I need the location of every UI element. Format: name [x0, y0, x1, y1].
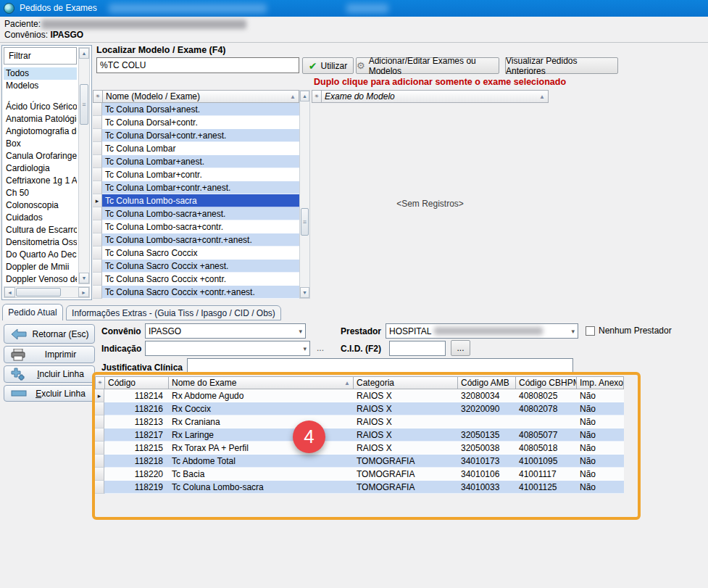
table-row[interactable]: 118219Tc Coluna Lombo-sacraTOMOGRAFIA340…: [95, 481, 624, 494]
convenio-select[interactable]: IPASGO ▾: [145, 323, 306, 339]
row-selector[interactable]: [93, 247, 102, 260]
row-selector[interactable]: [93, 168, 102, 181]
column-selector-icon[interactable]: ✳: [312, 90, 322, 103]
model-row[interactable]: Tc Coluna Lombar+anest.: [93, 155, 299, 168]
sidebar-item[interactable]: Do Quarto Ao Decim.: [4, 249, 77, 261]
table-row[interactable]: ▸118214Rx Abdome AgudoRAIOS X32080034408…: [95, 389, 624, 402]
row-selector[interactable]: [93, 260, 102, 273]
excluir-linha-button[interactable]: Excluir Linha: [4, 385, 95, 402]
table-row[interactable]: 118216Rx CoccixRAIOS X3202009040802078Nã…: [95, 402, 624, 415]
scrollbar-thumb[interactable]: ≡: [301, 208, 309, 236]
retornar-button[interactable]: Retornar (Esc): [4, 324, 95, 344]
model-row[interactable]: ▸Tc Coluna Lombo-sacra: [93, 194, 299, 207]
row-selector[interactable]: [95, 442, 104, 455]
scroll-down-icon[interactable]: ▼: [79, 273, 89, 283]
model-row[interactable]: Tc Coluna Lombo-sacra+contr.+anest.: [93, 233, 299, 247]
incluir-linha-button[interactable]: Incluir Linha: [4, 365, 95, 383]
row-selector[interactable]: [93, 181, 102, 194]
model-row[interactable]: Tc Coluna Sacro Coccix +anest.: [93, 260, 299, 273]
sidebar-horizontal-scrollbar[interactable]: ◄ ►: [4, 286, 90, 298]
sidebar-item[interactable]: Cultura de Escarro: [4, 224, 77, 236]
exam-model-column-header[interactable]: Exame do Modelo ▲: [322, 90, 549, 103]
model-name-column-header[interactable]: Nome (Modelo / Exame) ▲: [103, 90, 299, 103]
prestador-select[interactable]: HOSPITAL ▾: [386, 323, 578, 339]
filter-header[interactable]: Filtrar: [4, 47, 77, 65]
sidebar-item[interactable]: Angiotomografia de .: [4, 125, 77, 138]
table-row[interactable]: 118215Rx Torax PA + PerfilRAIOS X3205003…: [95, 442, 624, 455]
model-list-scrollbar[interactable]: ▲ ≡ ▼: [299, 90, 310, 299]
scroll-up-icon[interactable]: ▲: [79, 48, 89, 59]
col-codigo-amb[interactable]: Código AMB: [458, 376, 516, 389]
justificativa-input[interactable]: [187, 358, 573, 373]
row-selector[interactable]: [93, 207, 102, 220]
cid-ellipsis-button[interactable]: ...: [451, 340, 470, 356]
tab-pedido-atual[interactable]: Pedido Atual: [2, 304, 63, 320]
sidebar-item[interactable]: Box: [4, 138, 77, 150]
sidebar-item[interactable]: Doppler Venoso de M: [4, 273, 77, 286]
visualizar-pedidos-button[interactable]: Visualizar Pedidos Anteriores: [505, 57, 618, 74]
sidebar-item[interactable]: Ácido Úrico Sérico: [4, 101, 77, 113]
model-row[interactable]: Tc Coluna Lombar+contr.+anest.: [93, 181, 299, 194]
table-row[interactable]: 118213Rx CranianaRAIOS XNão: [95, 415, 624, 428]
scroll-left-icon[interactable]: ◄: [4, 287, 15, 297]
imprimir-button[interactable]: Imprimir: [4, 346, 95, 363]
model-row[interactable]: Tc Coluna Dorsal+anest.: [93, 103, 299, 116]
row-selector[interactable]: [95, 481, 104, 494]
scroll-down-icon[interactable]: ▼: [300, 287, 309, 298]
row-selector[interactable]: [93, 286, 102, 299]
column-selector-icon[interactable]: ✳: [93, 90, 103, 103]
table-row[interactable]: 118220Tc BaciaTOMOGRAFIA3401010641001117…: [95, 468, 624, 481]
sidebar-item[interactable]: Doppler de Mmii: [4, 261, 77, 273]
sidebar-item[interactable]: Ch 50: [4, 187, 77, 199]
model-row[interactable]: Tc Coluna Sacro Coccix +contr.: [93, 273, 299, 286]
indicacao-select[interactable]: ▾: [145, 341, 310, 356]
row-selector[interactable]: ▸: [95, 389, 104, 402]
table-row[interactable]: 118218Tc Abdome TotalTOMOGRAFIA340101734…: [95, 455, 624, 468]
row-selector[interactable]: [93, 155, 102, 168]
col-categoria[interactable]: Categoria: [354, 376, 458, 389]
scroll-right-icon[interactable]: ►: [78, 287, 89, 297]
row-selector[interactable]: [95, 468, 104, 481]
row-selector[interactable]: [93, 273, 102, 286]
model-row[interactable]: Tc Coluna Dorsal+contr.+anest.: [93, 129, 299, 142]
row-selector[interactable]: [95, 455, 104, 468]
model-row[interactable]: Tc Coluna Lombo-sacra+anest.: [93, 207, 299, 220]
row-selector[interactable]: [93, 129, 102, 142]
row-selector[interactable]: [95, 428, 104, 442]
scrollbar-thumb[interactable]: [16, 288, 61, 297]
search-input[interactable]: [96, 57, 299, 73]
sidebar-item[interactable]: Canula Orofaringea .: [4, 150, 77, 162]
scrollbar-thumb[interactable]: ≡: [80, 84, 88, 125]
table-row[interactable]: 118217Rx LaringeRAIOS X3205013540805077N…: [95, 428, 624, 442]
model-row[interactable]: Tc Coluna Sacro Coccix: [93, 247, 299, 260]
model-row[interactable]: Tc Coluna Lombar+contr.: [93, 168, 299, 181]
nenhum-prestador-checkbox[interactable]: [586, 326, 595, 336]
row-selector[interactable]: [93, 220, 102, 233]
row-selector[interactable]: [93, 116, 102, 129]
model-row[interactable]: Tc Coluna Lombo-sacra+contr.: [93, 220, 299, 233]
model-row[interactable]: Tc Coluna Sacro Coccix +contr.+anest.: [93, 286, 299, 299]
adicionar-editar-button[interactable]: ⚙ Adicionar/Editar Exames ou Modelos: [356, 57, 499, 74]
sidebar-vertical-scrollbar[interactable]: ▲ ≡ ▼: [78, 47, 90, 284]
sidebar-item[interactable]: Todos: [4, 67, 77, 80]
scroll-up-icon[interactable]: ▲: [300, 91, 309, 102]
sidebar-item[interactable]: Modelos: [4, 80, 77, 92]
utilizar-button[interactable]: ✔ Utilizar: [302, 57, 354, 74]
sidebar-item[interactable]: Cardiologia: [4, 162, 77, 175]
model-row[interactable]: Tc Coluna Dorsal+contr.: [93, 116, 299, 129]
model-row[interactable]: Tc Coluna Lombar: [93, 142, 299, 155]
col-codigo-cbhpm[interactable]: Código CBHPM: [516, 376, 577, 389]
sidebar-item[interactable]: Anatomia Patológica: [4, 113, 77, 125]
indicacao-ellipsis-button[interactable]: ...: [313, 343, 328, 354]
row-selector[interactable]: [95, 402, 104, 415]
row-selector[interactable]: ▸: [93, 194, 102, 207]
cid-input[interactable]: [389, 341, 446, 356]
sidebar-item[interactable]: Colonoscopia: [4, 199, 77, 212]
col-imp-anexo[interactable]: Imp. Anexo: [577, 376, 624, 389]
tab-informacoes-extras[interactable]: Informações Extras - (Guia Tiss / Ipasgo…: [66, 305, 281, 320]
row-selector[interactable]: [93, 103, 102, 116]
sidebar-item[interactable]: Ceftriaxone 1g 1 Am.: [4, 175, 77, 187]
row-selector[interactable]: [93, 233, 102, 247]
sidebar-item[interactable]: Cuidados: [4, 212, 77, 224]
col-codigo[interactable]: Código: [105, 376, 169, 389]
